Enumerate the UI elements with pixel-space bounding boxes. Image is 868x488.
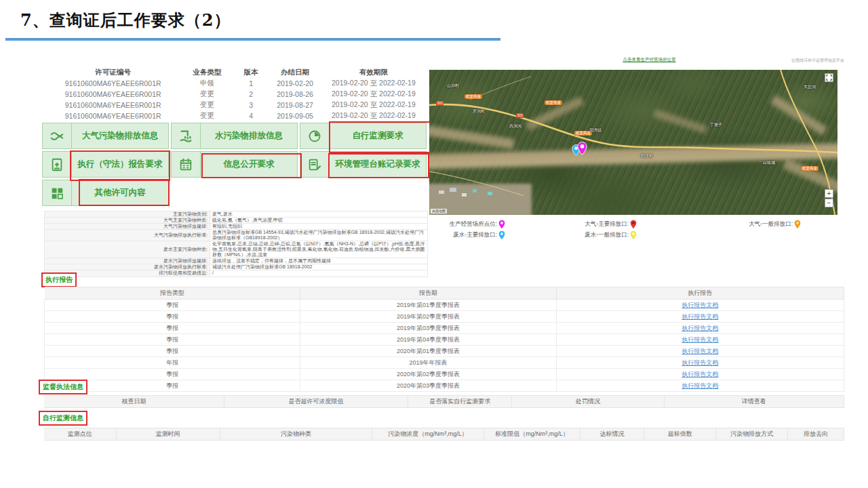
monitoring-table: 监测点位监测时间污染物种类污染物浓度（mg/Nm³,mg/L）标准限值（mg/N… — [44, 428, 844, 441]
compliance-report-button[interactable]: 执行（守法）报告要求 — [42, 151, 169, 178]
button-label: 信息公开要求 — [201, 152, 297, 177]
detail-row: 废水污染物排放规律: 连续排放，流量不稳定，但有规律，且不属于周期性规律 — [45, 258, 428, 264]
legend-production-site: 生产经营场所点位: — [429, 219, 505, 229]
completion-date: 2019-09-05 — [270, 110, 319, 121]
road-badge: 延定高速 — [545, 100, 562, 105]
monitoring-section-title: 自行监测信息 — [39, 411, 87, 426]
validity-period: 2019-02-20 至 2022-02-19 — [320, 110, 427, 121]
report-doc-link[interactable]: 执行报告文档 — [682, 325, 718, 331]
report-table-row: 季报 2020年第02季度季报表 执行报告文档 — [45, 369, 844, 380]
fullscreen-button[interactable] — [825, 73, 833, 82]
map-roads — [429, 70, 837, 215]
permit-number: 91610600MA6YEAEE6R001R — [44, 78, 182, 89]
map-location-link[interactable]: 点击查看生产经营场所位置 — [607, 57, 692, 63]
business-type: 变更 — [182, 110, 231, 121]
satellite-map[interactable]: 延定高速 延定高速 延定高速 延定高速 303 303 山峁村 罗沟村 西涧沟 … — [429, 70, 837, 215]
place-label: 白狼城 — [763, 161, 775, 165]
calendar-icon — [172, 152, 201, 177]
detail-value: 有组织,无组织 — [210, 224, 428, 230]
completion-date: 2019-08-26 — [270, 89, 319, 100]
supervision-table-header: 处罚情况 — [512, 396, 664, 408]
report-doc-link[interactable]: 执行报告文档 — [682, 348, 718, 354]
report-doc-link[interactable]: 执行报告文档 — [682, 359, 718, 366]
information-disclosure-button[interactable]: 信息公开要求 — [171, 151, 298, 178]
permit-details-table: 主要污染物类别: 废气,废水 大气主要污染物种类: 硫化氢,氨（氨气）,臭气浓度… — [44, 211, 428, 277]
magenta-pin-icon — [498, 220, 505, 229]
report-type: 年报 — [45, 357, 300, 369]
orange-pin-icon — [794, 220, 801, 229]
button-label: 环境管理台账记录要求 — [330, 152, 426, 177]
detail-value: / — [210, 270, 428, 277]
monitoring-table-header: 污染物排放方式 — [716, 428, 788, 441]
production-site-pin[interactable] — [577, 142, 587, 158]
report-table-header: 报告期 — [300, 287, 556, 300]
map-attribution: 高德地图 — [431, 209, 447, 214]
report-table-header: 报告类型 — [45, 287, 300, 300]
report-table-row: 季报 2020年第01季度季报表 执行报告文档 — [45, 346, 844, 357]
version: 3 — [232, 100, 271, 110]
detail-row: 排污权使用和交易信息: / — [45, 270, 428, 277]
water-emission-info-button[interactable]: 水污染物排放信息 — [171, 123, 298, 149]
air-emission-icon — [43, 123, 72, 148]
validity-period: 2019-02-20 至 2022-02-19 — [320, 78, 427, 89]
report-doc-link[interactable]: 执行报告文档 — [682, 382, 718, 389]
version: 2 — [232, 89, 271, 100]
report-doc-link[interactable]: 执行报告文档 — [682, 313, 718, 320]
permit-table-row[interactable]: 91610600MA6YEAEE6R001R 变更 4 2019-09-05 2… — [44, 110, 427, 121]
detail-value: 恶臭污染物排放标准GB 14554-93,城镇污水处理厂污染物排放标准GB 18… — [210, 230, 428, 241]
road-shield: 303 — [516, 113, 524, 118]
self-monitoring-button[interactable]: 自行监测要求 — [300, 123, 427, 149]
report-table: 报告类型报告期执行报告 季报 2019年第01季度季报表 执行报告文档 季报 2… — [44, 287, 844, 392]
detail-row: 废水污染物排放执行标准: 城镇污水处理厂污染物排放标准GB 18918-2002 — [45, 264, 428, 270]
monitoring-table-header: 超标倍数 — [644, 428, 716, 441]
supervision-table-header-row: 核查日期是否超许可浓度限值是否落实自行监测要求处罚情况详情查看 — [44, 396, 844, 408]
detail-row: 大气主要污染物种类: 硫化氢,氨（氨气）,臭气浓度,甲烷 — [45, 218, 428, 224]
button-label: 大气污染物排放信息 — [72, 123, 168, 148]
env-ledger-button[interactable]: 环境管理台账记录要求 — [300, 151, 427, 178]
permit-table-header: 有效期限 — [320, 67, 427, 78]
air-emission-info-button[interactable]: 大气污染物排放信息 — [42, 123, 169, 149]
permit-table-header: 版本 — [232, 67, 271, 78]
legend-label: 废水-主要排放口: — [453, 231, 497, 239]
monitoring-table-header: 排放去向 — [788, 428, 844, 441]
road-badge: 延定高速 — [801, 166, 818, 171]
report-doc-link[interactable]: 执行报告文档 — [682, 302, 718, 308]
detail-label: 主要污染物类别: — [45, 211, 210, 218]
report-document-icon — [43, 152, 72, 177]
validity-period: 2019-02-20 至 2022-02-19 — [320, 100, 427, 110]
permit-version-table: 许可证编号业务类型版本办结日期有效期限 91610600MA6YEAEE6R00… — [44, 67, 427, 121]
supervision-table-header: 详情查看 — [664, 396, 844, 408]
report-table-row: 季报 2019年第01季度季报表 执行报告文档 — [45, 300, 844, 311]
detail-row: 大气污染物排放规律: 有组织,无组织 — [45, 224, 428, 230]
report-doc-link[interactable]: 执行报告文档 — [682, 336, 718, 343]
permit-number: 91610600MA6YEAEE6R001R — [44, 100, 182, 110]
permit-table-row[interactable]: 91610600MA6YEAEE6R001R 申领 1 2019-02-20 2… — [44, 78, 427, 89]
ledger-book-icon — [300, 152, 330, 177]
business-type: 申领 — [182, 78, 231, 89]
report-table-row: 季报 2019年第02季度季报表 执行报告文档 — [45, 311, 844, 323]
report-doc-link[interactable]: 执行报告文档 — [682, 371, 718, 378]
detail-row: 废水主要污染物种类: 化学需氧量,总汞,总镉,总铬,总砷,总铅,总氮（以N计）,… — [45, 241, 428, 258]
red-pin-icon — [630, 220, 637, 229]
detail-label: 废水污染物排放执行标准: — [45, 264, 210, 270]
detail-value: 硫化氢,氨（氨气）,臭气浓度,甲烷 — [210, 218, 428, 224]
report-type: 季报 — [45, 334, 300, 346]
report-period: 2020年第01季度季报表 — [300, 346, 556, 357]
legend-wastewater-general-outlet: 废水-一般排放口: — [511, 230, 637, 240]
report-period: 2020年第02季度季报表 — [300, 369, 556, 380]
supervision-table-header: 核查日期 — [44, 396, 224, 408]
other-permit-content-button[interactable]: 其他许可内容 — [42, 180, 169, 206]
zoom-in-button[interactable]: + — [825, 189, 833, 198]
permit-table-header: 业务类型 — [182, 67, 231, 78]
permit-table-row[interactable]: 91610600MA6YEAEE6R001R 变更 3 2019-08-27 2… — [44, 100, 427, 110]
report-table-row: 季报 2019年第03季度季报表 执行报告文档 — [45, 323, 844, 334]
permit-number: 91610600MA6YEAEE6R001R — [44, 110, 182, 121]
permit-table-row[interactable]: 91610600MA6YEAEE6R001R 变更 2 2019-08-26 2… — [44, 89, 427, 100]
zoom-out-button[interactable]: − — [825, 199, 833, 207]
version: 4 — [232, 110, 271, 121]
legend-air-general-outlet: 大气-一般排放口: — [646, 219, 801, 229]
monitoring-table-header: 达标情况 — [580, 428, 644, 441]
road-shield: 303 — [436, 101, 443, 106]
report-table-row: 季报 2020年第03季度季报表 执行报告文档 — [45, 380, 844, 392]
place-label: 丁寨子 — [710, 123, 722, 127]
